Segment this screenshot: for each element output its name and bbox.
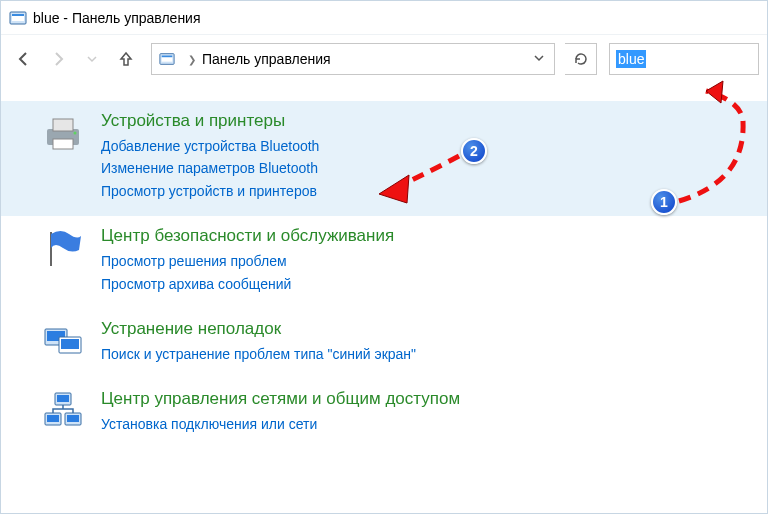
recent-dropdown[interactable] (77, 44, 107, 74)
result-link[interactable]: Просмотр решения проблем (101, 250, 394, 272)
result-link[interactable]: Добавление устройства Bluetooth (101, 135, 319, 157)
result-network-sharing[interactable]: Центр управления сетями и общим доступом… (1, 379, 767, 449)
result-title: Устройства и принтеры (101, 111, 319, 131)
svg-rect-5 (162, 55, 173, 57)
svg-rect-19 (67, 415, 79, 422)
result-troubleshoot[interactable]: Устранение неполадок Поиск и устранение … (1, 309, 767, 379)
back-button[interactable] (9, 44, 39, 74)
result-devices-printers[interactable]: Устройства и принтеры Добавление устройс… (1, 101, 767, 216)
search-box[interactable]: blue (609, 43, 759, 75)
svg-rect-17 (47, 415, 59, 422)
troubleshoot-icon (41, 319, 85, 363)
address-text: Панель управления (202, 51, 331, 67)
navbar: ❯ Панель управления blue (1, 35, 767, 83)
window-title: blue - Панель управления (33, 10, 201, 26)
chevron-right-icon: ❯ (188, 54, 196, 65)
result-link[interactable]: Установка подключения или сети (101, 413, 460, 435)
network-icon (41, 389, 85, 433)
result-link[interactable]: Просмотр архива сообщений (101, 273, 394, 295)
search-value: blue (616, 50, 646, 68)
titlebar: blue - Панель управления (1, 1, 767, 35)
result-link[interactable]: Просмотр устройств и принтеров (101, 180, 319, 202)
control-panel-window: blue - Панель управления ❯ Панель управл… (0, 0, 768, 514)
up-button[interactable] (111, 44, 141, 74)
result-link[interactable]: Изменение параметров Bluetooth (101, 157, 319, 179)
control-panel-icon (9, 9, 27, 27)
result-title: Центр безопасности и обслуживания (101, 226, 394, 246)
result-link[interactable]: Поиск и устранение проблем типа "синий э… (101, 343, 416, 365)
forward-button[interactable] (43, 44, 73, 74)
result-title: Центр управления сетями и общим доступом (101, 389, 460, 409)
svg-rect-15 (57, 395, 69, 402)
address-dropdown[interactable] (528, 53, 550, 65)
svg-rect-7 (53, 119, 73, 131)
result-title: Устранение неполадок (101, 319, 416, 339)
svg-rect-2 (12, 14, 24, 16)
svg-point-9 (74, 132, 77, 135)
address-bar[interactable]: ❯ Панель управления (151, 43, 555, 75)
flag-icon (41, 226, 85, 270)
control-panel-icon (158, 50, 176, 68)
result-security-maintenance[interactable]: Центр безопасности и обслуживания Просмо… (1, 216, 767, 309)
search-results: Устройства и принтеры Добавление устройс… (1, 83, 767, 450)
printer-icon (41, 111, 85, 155)
refresh-button[interactable] (565, 43, 597, 75)
svg-rect-13 (61, 339, 79, 349)
svg-rect-8 (53, 139, 73, 149)
